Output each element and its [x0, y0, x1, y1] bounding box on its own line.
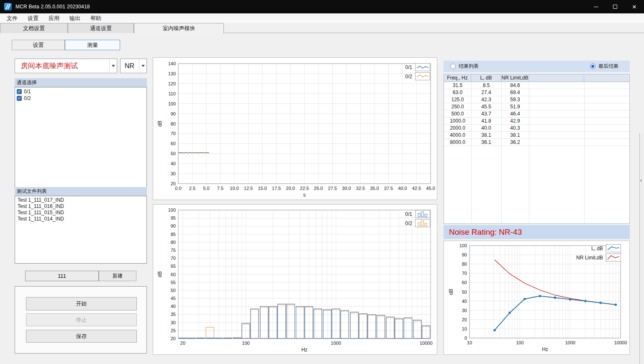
- cell-level: 27.4: [471, 89, 501, 96]
- legend-entry: 0/1: [405, 63, 430, 71]
- legend-label: 0/1: [405, 211, 412, 217]
- cell-level: 43.7: [471, 110, 501, 117]
- svg-text:s: s: [303, 192, 306, 198]
- chevron-down-icon: [141, 65, 145, 67]
- column-divider: [501, 82, 502, 223]
- channel-item-0-2[interactable]: ✓ 0/2: [15, 95, 146, 102]
- line-sample-icon: [416, 73, 429, 80]
- subtab-measure[interactable]: 测量: [65, 40, 120, 50]
- tab-document-settings[interactable]: 文档设置: [0, 23, 68, 33]
- svg-text:30: 30: [462, 308, 467, 313]
- svg-text:Hz: Hz: [301, 347, 308, 353]
- legend-label: L, dB: [591, 246, 603, 251]
- cell-freq: 31.5: [444, 82, 471, 89]
- table-row[interactable]: 31.58.584.6: [444, 82, 629, 89]
- svg-text:90: 90: [171, 223, 176, 228]
- test-name-input[interactable]: [25, 271, 99, 281]
- subtab-settings[interactable]: 设置: [12, 40, 65, 50]
- svg-text:20: 20: [171, 336, 176, 341]
- svg-text:70: 70: [171, 256, 176, 261]
- time-history-chart-panel: 20304050607080901001101201301400.02.55.0…: [153, 57, 437, 200]
- menu-application[interactable]: 应用: [44, 13, 64, 23]
- stop-button[interactable]: 停止: [26, 313, 137, 326]
- table-row[interactable]: 125.042.359.3: [444, 96, 629, 103]
- results-table: Freq., Hz L, dB NR Limit,dB 31.58.584.6 …: [444, 74, 630, 224]
- test-type-value: 房间本底噪声测试: [15, 59, 109, 73]
- start-button[interactable]: 开始: [26, 297, 137, 310]
- close-button[interactable]: ✕: [625, 0, 644, 13]
- svg-text:2.5: 2.5: [189, 186, 195, 191]
- svg-text:27.5: 27.5: [328, 186, 337, 191]
- file-item[interactable]: Test 1_111_014_IND: [15, 216, 146, 222]
- col-header-nr-limit: NR Limit,dB: [501, 74, 529, 82]
- svg-text:80: 80: [171, 240, 176, 245]
- close-icon: ✕: [632, 4, 637, 10]
- table-row[interactable]: 4000.038.138.1: [444, 132, 629, 139]
- collapse-left-icon[interactable]: ‹: [640, 177, 642, 183]
- svg-text:60: 60: [462, 280, 467, 285]
- svg-text:60: 60: [171, 141, 176, 146]
- line-sample-icon: [607, 254, 620, 261]
- cell-level: 38.1: [471, 132, 501, 138]
- tab-indoor-noise-module[interactable]: 室内噪声模块: [134, 23, 224, 33]
- svg-text:22.5: 22.5: [300, 186, 309, 191]
- bar-sample-icon: [416, 220, 429, 227]
- svg-text:140: 140: [168, 61, 176, 66]
- table-row[interactable]: 8000.036.136.2: [444, 139, 629, 146]
- cell-level: 45.5: [471, 103, 501, 110]
- svg-text:25.0: 25.0: [314, 186, 323, 191]
- cell-freq: 500.0: [444, 110, 471, 117]
- svg-text:7.5: 7.5: [217, 186, 223, 191]
- legend-sample-box: [606, 254, 621, 261]
- table-row[interactable]: 2000.040.040.3: [444, 125, 629, 132]
- radio-selected-icon[interactable]: [590, 64, 595, 69]
- cell-freq: 2000.0: [444, 125, 471, 131]
- save-button[interactable]: 保存: [26, 330, 137, 343]
- file-item[interactable]: Test 1_111_016_IND: [15, 203, 146, 210]
- maximize-button[interactable]: [606, 0, 625, 13]
- menu-help[interactable]: 帮助: [85, 13, 106, 23]
- legend-entry: 0/2: [405, 219, 430, 227]
- panel-collapse-strip[interactable]: ‹: [639, 133, 644, 364]
- file-item[interactable]: Test 1_111_015_IND: [15, 210, 146, 216]
- minimize-button[interactable]: [586, 0, 606, 13]
- svg-text:100: 100: [459, 243, 467, 248]
- svg-text:10: 10: [462, 326, 467, 331]
- svg-text:30: 30: [171, 320, 176, 325]
- cell-nr-limit: 69.4: [501, 89, 529, 96]
- table-row[interactable]: 250.045.551.9: [444, 103, 629, 110]
- new-button[interactable]: 新建: [99, 271, 136, 281]
- table-row[interactable]: 1000.041.842.9: [444, 118, 629, 125]
- menu-file[interactable]: 文件: [2, 13, 23, 23]
- svg-text:dB: dB: [157, 271, 163, 277]
- channel-section-header: 通道选择: [15, 78, 147, 87]
- legend-entry: L, dB: [591, 244, 621, 252]
- table-row[interactable]: 63.027.469.4: [444, 89, 629, 96]
- cell-nr-limit: 84.6: [501, 82, 529, 89]
- channel-item-0-1[interactable]: ✓ 0/1: [15, 88, 146, 95]
- svg-text:100: 100: [242, 341, 249, 346]
- menu-output[interactable]: 输出: [64, 13, 85, 23]
- test-type-dropdown[interactable]: 房间本底噪声测试: [15, 59, 117, 73]
- file-item[interactable]: Test 1_111_017_IND: [15, 197, 146, 203]
- tab-channel-settings[interactable]: 通道设置: [68, 23, 134, 33]
- menu-bar: 文件 设置 应用 输出 帮助: [0, 13, 644, 23]
- radio-unselected-icon[interactable]: [450, 64, 456, 69]
- svg-text:Hz: Hz: [542, 346, 548, 352]
- rating-dropdown[interactable]: NR: [120, 59, 147, 73]
- cell-level: 41.8: [471, 118, 501, 124]
- svg-text:100: 100: [516, 340, 523, 345]
- radio-result-list[interactable]: 结果列表: [450, 61, 479, 72]
- menu-settings[interactable]: 设置: [23, 13, 44, 23]
- cell-freq: 63.0: [444, 89, 471, 96]
- dropdown-arrow-box[interactable]: [109, 59, 117, 73]
- checkbox-checked-icon[interactable]: ✓: [17, 96, 22, 101]
- table-row[interactable]: 500.043.746.4: [444, 110, 629, 118]
- svg-text:70: 70: [171, 131, 176, 136]
- dropdown-arrow-box[interactable]: [139, 59, 146, 73]
- checkbox-checked-icon[interactable]: ✓: [17, 89, 22, 94]
- radio-last-result[interactable]: 最后结果: [590, 61, 618, 72]
- cell-freq: 125.0: [444, 96, 471, 103]
- cell-freq: 1000.0: [444, 118, 471, 124]
- svg-text:90: 90: [171, 111, 176, 116]
